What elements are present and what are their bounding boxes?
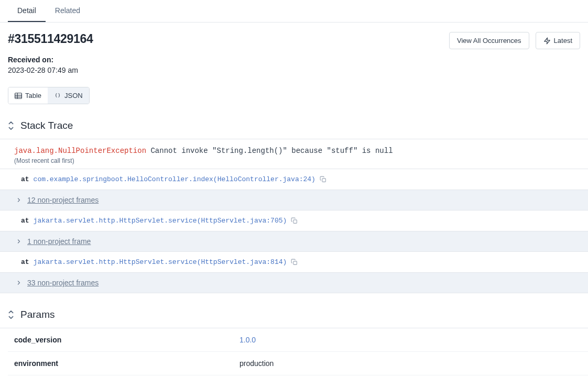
- table-icon: [15, 93, 22, 99]
- frame-at-label: at: [21, 175, 29, 183]
- params-header: Params: [0, 293, 588, 328]
- params-title: Params: [20, 309, 55, 320]
- received-on-block: Received on: 2023-02-28 07:49 am: [0, 49, 588, 74]
- svg-rect-1: [15, 93, 22, 98]
- stack-frame[interactable]: at jakarta.servlet.http.HttpServlet.serv…: [0, 252, 588, 273]
- exception-header: java.lang.NullPointerException Cannot in…: [0, 139, 588, 169]
- exception-message: Cannot invoke "String.length()" because …: [150, 147, 393, 155]
- view-table-button[interactable]: Table: [8, 87, 48, 104]
- stack-trace-title: Stack Trace: [20, 120, 73, 131]
- tabs-bar: Detail Related: [0, 0, 588, 23]
- braces-icon: [54, 93, 61, 99]
- view-json-label: JSON: [64, 92, 83, 99]
- stack-frames-list: at com.example.springboot.HelloControlle…: [0, 169, 588, 293]
- params-value[interactable]: 1.0.0: [239, 336, 256, 344]
- collapsed-frames-label: 12 non-project frames: [27, 196, 99, 204]
- params-row: environmentproduction: [8, 352, 588, 375]
- params-row: code_version1.0.0: [8, 328, 588, 352]
- collapse-toggle-icon[interactable]: [8, 121, 14, 130]
- params-key: code_version: [14, 336, 239, 344]
- copy-icon[interactable]: [320, 176, 326, 183]
- frame-at-label: at: [21, 258, 29, 266]
- frame-location: com.example.springboot.HelloController.i…: [34, 175, 315, 183]
- collapsed-frames-toggle[interactable]: 12 non-project frames: [0, 190, 588, 210]
- frame-at-label: at: [21, 217, 29, 225]
- view-format-toggle: Table JSON: [8, 87, 90, 104]
- collapse-toggle-icon[interactable]: [8, 311, 14, 319]
- stack-frame[interactable]: at com.example.springboot.HelloControlle…: [0, 169, 588, 190]
- header-buttons: View All Occurrences Latest: [449, 32, 580, 49]
- params-table: code_version1.0.0environmentproductionfr…: [8, 328, 588, 377]
- collapsed-frames-toggle[interactable]: 1 non-project frame: [0, 231, 588, 252]
- collapsed-frames-toggle[interactable]: 33 non-project frames: [0, 273, 588, 293]
- params-value: production: [239, 359, 274, 368]
- params-key: environment: [14, 359, 239, 368]
- latest-button[interactable]: Latest: [536, 32, 580, 49]
- copy-icon[interactable]: [291, 259, 298, 265]
- received-on-value: 2023-02-28 07:49 am: [8, 66, 580, 74]
- chevron-right-icon: [16, 238, 22, 245]
- exception-class: java.lang.NullPointerException: [14, 147, 146, 155]
- view-all-occurrences-label: View All Occurrences: [457, 37, 521, 45]
- svg-rect-6: [293, 220, 297, 224]
- view-all-occurrences-button[interactable]: View All Occurrences: [449, 32, 529, 49]
- copy-icon[interactable]: [291, 217, 298, 224]
- frame-location: jakarta.servlet.http.HttpServlet.service…: [34, 217, 287, 225]
- received-on-label: Received on:: [8, 56, 580, 64]
- view-json-button[interactable]: JSON: [48, 87, 89, 104]
- lightning-icon: [543, 37, 551, 45]
- header-row: #315511429164 View All Occurrences Lates…: [0, 23, 588, 49]
- exception-order-note: (Most recent call first): [14, 157, 580, 164]
- svg-marker-0: [544, 38, 550, 44]
- svg-rect-5: [322, 179, 326, 182]
- chevron-right-icon: [16, 280, 22, 286]
- svg-rect-7: [293, 261, 297, 265]
- view-table-label: Table: [25, 92, 41, 99]
- frame-location: jakarta.servlet.http.HttpServlet.service…: [34, 258, 287, 266]
- collapsed-frames-label: 1 non-project frame: [27, 237, 91, 246]
- tab-detail[interactable]: Detail: [8, 0, 46, 22]
- stack-trace-header: Stack Trace: [0, 104, 588, 139]
- chevron-right-icon: [16, 197, 22, 203]
- stack-frame[interactable]: at jakarta.servlet.http.HttpServlet.serv…: [0, 210, 588, 231]
- occurrence-id: #315511429164: [8, 32, 93, 46]
- tab-related[interactable]: Related: [46, 0, 90, 22]
- latest-label: Latest: [554, 37, 572, 45]
- collapsed-frames-label: 33 non-project frames: [27, 279, 99, 287]
